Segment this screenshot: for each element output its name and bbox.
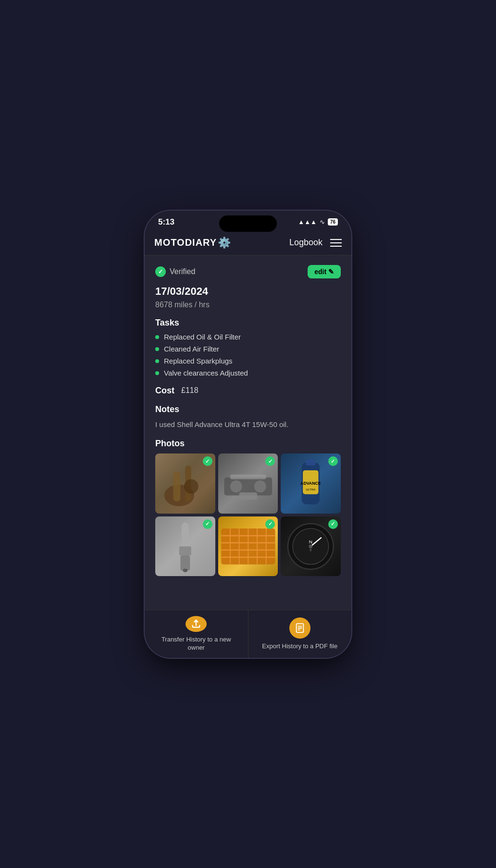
svg-point-3 — [184, 479, 198, 494]
svg-point-5 — [230, 480, 242, 492]
task-text: Cleaned Air Filter — [164, 345, 219, 353]
main-content: ✓ Verified edit ✎ 17/03/2024 8678 miles … — [145, 255, 351, 640]
photo-verified-icon: ✓ — [265, 519, 275, 529]
tasks-title: Tasks — [155, 318, 341, 328]
task-text: Valve clearances Adjusted — [164, 369, 248, 377]
bullet-icon — [155, 347, 159, 351]
export-pdf-button[interactable]: Export History to a PDF file — [248, 610, 352, 658]
bottom-action-bar: Transfer History to a new owner Export H… — [145, 610, 351, 658]
task-text: Replaced Sparkplugs — [164, 357, 233, 365]
battery-badge: 76 — [328, 218, 338, 226]
photos-grid: ✓ ✓ — [155, 453, 341, 576]
notes-title: Notes — [155, 404, 341, 415]
transfer-icon — [186, 616, 207, 632]
verified-badge: ✓ Verified — [155, 266, 195, 277]
export-label: Export History to a PDF file — [262, 642, 337, 651]
tasks-list: Replaced Oil & Oil Filter Cleaned Air Fi… — [155, 333, 341, 377]
transfer-history-button[interactable]: Transfer History to a new owner — [145, 610, 248, 658]
verified-row: ✓ Verified edit ✎ — [155, 265, 341, 278]
svg-rect-7 — [230, 475, 266, 479]
svg-text:0: 0 — [310, 548, 312, 552]
photos-title: Photos — [155, 439, 341, 449]
entry-mileage: 8678 miles / hrs — [155, 301, 341, 309]
photo-cell[interactable]: ✓ — [155, 516, 215, 577]
dynamic-island — [219, 215, 277, 232]
svg-point-33 — [309, 544, 312, 548]
svg-rect-16 — [180, 555, 190, 570]
list-item: Replaced Sparkplugs — [155, 357, 341, 365]
wifi-icon: ∿ — [320, 218, 325, 226]
edit-button[interactable]: edit ✎ — [308, 265, 341, 278]
photo-verified-icon: ✓ — [203, 519, 212, 529]
photo-verified-icon: ✓ — [203, 456, 212, 466]
status-time: 5:13 — [158, 217, 174, 227]
bullet-icon — [155, 359, 159, 363]
svg-text:ADVANCE: ADVANCE — [300, 481, 321, 486]
svg-text:N: N — [309, 539, 312, 544]
export-icon — [289, 617, 310, 639]
app-name-text: MOTODIARY — [154, 237, 217, 248]
svg-point-17 — [183, 568, 187, 572]
svg-rect-1 — [173, 471, 180, 501]
hamburger-line-1 — [330, 239, 342, 240]
svg-point-6 — [254, 480, 266, 492]
app-logo: MOTODIARY⚙️ — [154, 237, 231, 249]
svg-rect-15 — [179, 546, 191, 555]
cost-row: Cost £118 — [155, 386, 341, 396]
logbook-link[interactable]: Logbook — [289, 238, 322, 248]
verified-label: Verified — [170, 267, 195, 276]
photo-cell[interactable]: ✓ — [218, 516, 278, 577]
photo-cell[interactable]: ✓ — [155, 453, 215, 514]
transfer-label: Transfer History to a new owner — [152, 636, 240, 652]
photos-section: Photos ✓ — [155, 439, 341, 576]
header-right: Logbook — [289, 238, 342, 248]
notes-text: I used Shell Advance Ultra 4T 15W-50 oil… — [155, 419, 341, 430]
signal-icon: ▲▲▲ — [298, 218, 317, 226]
task-text: Replaced Oil & Oil Filter — [164, 333, 241, 341]
svg-text:ULTRA: ULTRA — [306, 488, 316, 491]
bullet-icon — [155, 371, 159, 375]
photo-cell[interactable]: ✓ N 0 — [281, 516, 341, 577]
photo-verified-icon: ✓ — [328, 519, 338, 529]
photo-cell[interactable]: ✓ ADVANCE ULTRA — [281, 453, 341, 514]
cost-value: £118 — [181, 386, 198, 395]
list-item: Valve clearances Adjusted — [155, 369, 341, 377]
entry-date: 17/03/2024 — [155, 285, 341, 298]
cost-label: Cost — [155, 386, 174, 396]
svg-rect-8 — [239, 492, 257, 500]
content-card: ✓ Verified edit ✎ 17/03/2024 8678 miles … — [145, 255, 351, 596]
shield-check-icon: ✓ — [155, 266, 166, 277]
hamburger-menu[interactable] — [330, 239, 342, 247]
bullet-icon — [155, 335, 159, 339]
list-item: Cleaned Air Filter — [155, 345, 341, 353]
svg-rect-10 — [306, 459, 316, 465]
photo-verified-icon: ✓ — [328, 456, 338, 466]
app-header: MOTODIARY⚙️ Logbook — [145, 231, 351, 255]
notes-section: Notes I used Shell Advance Ultra 4T 15W-… — [155, 404, 341, 430]
photo-cell[interactable]: ✓ — [218, 453, 278, 514]
status-icons: ▲▲▲ ∿ 76 — [298, 218, 338, 226]
list-item: Replaced Oil & Oil Filter — [155, 333, 341, 341]
hamburger-line-2 — [330, 242, 342, 243]
hamburger-line-3 — [330, 246, 342, 247]
gear-icon: ⚙️ — [218, 237, 231, 249]
